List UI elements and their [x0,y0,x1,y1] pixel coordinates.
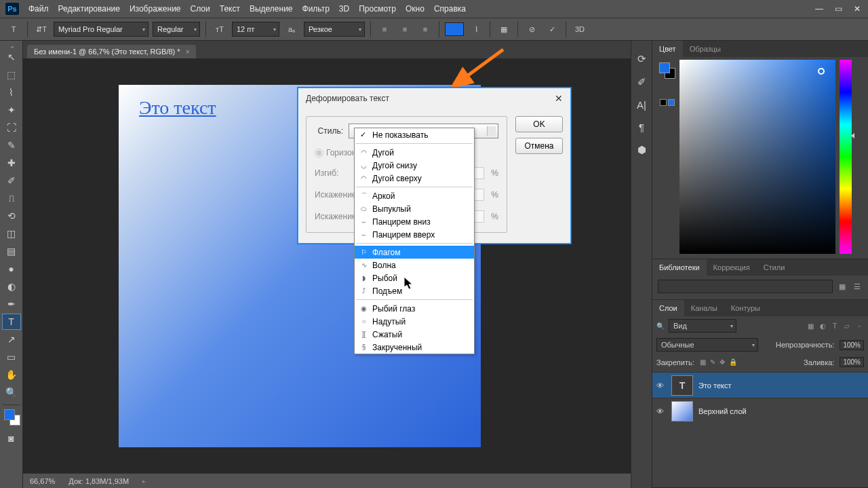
close-icon[interactable]: ✕ [852,3,863,14]
path-select-tool-icon[interactable]: ↗ [2,331,21,348]
grid-view-icon[interactable]: ▦ [837,281,848,292]
dd-item-arc[interactable]: ◠Дугой [355,146,474,159]
cancel-button[interactable]: Отмена [515,138,563,154]
blur-tool-icon[interactable]: ● [2,261,21,277]
crop-tool-icon[interactable]: ⛶ [2,119,21,136]
toolbar-grip[interactable] [0,43,22,49]
lock-all-icon[interactable]: 🔒 [729,358,737,366]
eyedropper-tool-icon[interactable]: ✎ [2,137,21,153]
tab-adjustments[interactable]: Коррекция [707,259,757,276]
font-weight-dropdown[interactable]: Regular [153,22,200,37]
lock-trans-icon[interactable]: ▦ [700,358,706,366]
fill-value[interactable]: 100% [840,357,864,367]
menu-edit[interactable]: Редактирование [58,4,120,14]
close-tab-icon[interactable]: × [186,48,190,56]
dd-item-arch[interactable]: ⌒Аркой [355,189,474,202]
commit-icon[interactable]: ✓ [544,21,560,37]
dd-item-arc-upper[interactable]: ◠Дугой сверху [355,172,474,185]
menu-3d[interactable]: 3D [339,4,349,14]
lock-pos-icon[interactable]: ✥ [719,358,725,366]
layer-name[interactable]: Это текст [698,381,732,390]
warp-text-icon[interactable]: ⌇ [468,21,484,37]
hand-tool-icon[interactable]: ✋ [2,367,21,383]
menu-view[interactable]: Просмотр [359,4,396,14]
fgbg-swatch[interactable] [659,62,675,79]
hue-slider[interactable] [840,60,852,254]
lasso-tool-icon[interactable]: ⌇ [2,84,21,100]
dd-item-bulge[interactable]: ⬭Выпуклый [355,202,474,215]
dd-item-arc-lower[interactable]: ◡Дугой снизу [355,159,474,172]
align-center-icon[interactable]: ≡ [397,21,413,37]
font-family-dropdown[interactable]: Myriad Pro Regular [54,22,149,37]
3d-icon[interactable]: 3D [572,21,588,37]
dd-item-fisheye[interactable]: ◉Рыбий глаз [355,302,474,315]
dd-item-squeeze[interactable]: ][Сжатый [355,328,474,341]
filter-type-icon[interactable]: T [830,321,840,331]
shape-tool-icon[interactable]: ▭ [2,349,21,365]
filter-adj-icon[interactable]: ◐ [818,321,827,331]
menu-text[interactable]: Текст [220,4,240,14]
filter-shape-icon[interactable]: ▱ [842,321,852,331]
cancel-icon[interactable]: ⊘ [524,21,540,37]
tab-styles[interactable]: Стили [757,259,792,276]
menu-file[interactable]: Файл [28,4,49,14]
tab-paths[interactable]: Контуры [724,300,767,316]
stamp-tool-icon[interactable]: ⎍ [2,190,21,206]
layer-item[interactable]: 👁 Верхний слой [652,398,868,424]
library-dropdown[interactable] [658,280,833,293]
filter-smart-icon[interactable]: ▫ [854,321,864,331]
wand-tool-icon[interactable]: ✦ [2,102,21,118]
dd-item-shell-upper[interactable]: ⌢Панцирем вверх [355,228,474,241]
tab-channels[interactable]: Каналы [684,300,724,316]
text-color-swatch[interactable] [445,22,464,36]
tab-layers[interactable]: Слои [652,300,684,316]
opacity-value[interactable]: 100% [840,340,864,350]
font-size-dropdown[interactable]: 12 пт [232,22,279,37]
dd-item-shell-lower[interactable]: ⌣Панцирем вниз [355,215,474,228]
dd-item-twist[interactable]: §Закрученный [355,341,474,354]
tab-color[interactable]: Цвет [652,41,683,57]
minimize-icon[interactable]: — [814,3,825,14]
menu-help[interactable]: Справка [434,4,466,14]
visibility-icon[interactable]: 👁 [656,407,666,415]
pen-tool-icon[interactable]: ✒ [2,296,21,312]
tab-swatches[interactable]: Образцы [683,41,728,57]
tab-libraries[interactable]: Библиотеки [652,259,707,276]
menu-select[interactable]: Выделение [250,4,293,14]
dd-item-flag[interactable]: ⚐Флагом [355,246,474,259]
dd-item-inflate[interactable]: ○Надутый [355,315,474,328]
3d-dock-icon[interactable]: ⬢ [637,144,646,156]
history-dock-icon[interactable]: ⟳ [637,53,646,65]
move-tool-icon[interactable]: ↖ [2,49,21,65]
gradient-tool-icon[interactable]: ▤ [2,243,21,259]
dd-item-none[interactable]: Не показывать [355,128,474,141]
dd-item-fish[interactable]: ◗Рыбой [355,271,474,284]
menu-layers[interactable]: Слои [191,4,210,14]
dodge-tool-icon[interactable]: ◐ [2,278,21,295]
antialias-dropdown[interactable]: Резкое [304,22,365,37]
ok-button[interactable]: OK [515,116,563,132]
menu-image[interactable]: Изображение [130,4,181,14]
menu-filter[interactable]: Фильтр [302,4,330,14]
quick-mask-icon[interactable]: ◙ [2,430,21,447]
layer-item[interactable]: 👁 T Это текст [652,372,868,398]
brush-tool-icon[interactable]: ✐ [2,172,21,189]
character-panel-icon[interactable]: ▦ [496,21,512,37]
history-brush-tool-icon[interactable]: ⟲ [2,208,21,224]
align-left-icon[interactable]: ≡ [376,21,393,37]
brushes-dock-icon[interactable]: ✐ [637,76,646,88]
dialog-close-icon[interactable]: ✕ [555,93,563,104]
align-right-icon[interactable]: ≡ [417,21,433,37]
layer-kind-dropdown[interactable]: Вид [669,319,736,333]
zoom-tool-icon[interactable]: 🔍 [2,384,21,400]
menu-window[interactable]: Окно [406,4,425,14]
type-tool-icon[interactable]: T [2,314,21,330]
dd-item-wave[interactable]: ∿Волна [355,259,474,271]
heal-tool-icon[interactable]: ✚ [2,155,21,171]
maximize-icon[interactable]: ▭ [833,3,844,14]
text-orientation-icon[interactable]: ⇵T [33,21,50,37]
list-view-icon[interactable]: ☰ [852,281,863,292]
filter-pixel-icon[interactable]: ▦ [806,321,815,331]
document-tab[interactable]: Без имени-1 @ 66,7% (Это текст, RGB/8) *… [27,45,196,58]
visibility-icon[interactable]: 👁 [656,381,666,390]
